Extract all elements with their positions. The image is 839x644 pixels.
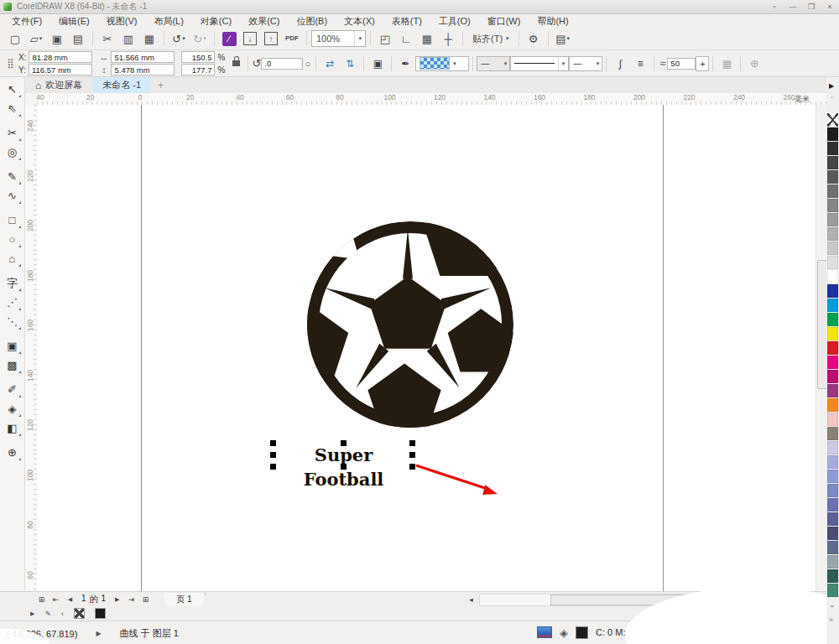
vertical-scrollbar[interactable]	[816, 105, 827, 591]
menu-item[interactable]: 窗口(W)	[479, 15, 529, 28]
color-swatch[interactable]	[827, 555, 838, 569]
lock-ratio-icon[interactable]	[232, 60, 240, 66]
convert-to-curves-button[interactable]: ∫	[610, 55, 630, 73]
object-width-field[interactable]: 51.566 mm	[111, 51, 175, 63]
outline-width-dropdown[interactable]: — ▾	[569, 56, 602, 71]
rectangle-tool[interactable]: □	[3, 210, 23, 230]
show-grid-button[interactable]: ▦	[417, 29, 437, 48]
color-swatch[interactable]	[827, 427, 838, 440]
scale-y-field[interactable]: 177.7	[181, 64, 215, 75]
color-swatch[interactable]	[827, 569, 838, 583]
new-tab-button[interactable]: +	[151, 77, 170, 93]
minimize-button[interactable]: —	[784, 1, 802, 13]
smoothness-stepper[interactable]: +	[696, 56, 709, 71]
color-swatch[interactable]	[827, 199, 838, 212]
fill-picker-dropdown[interactable]: ▾	[415, 56, 469, 71]
import-button[interactable]: ↓	[240, 29, 260, 48]
copy-button[interactable]: ▥	[118, 29, 138, 48]
menu-item[interactable]: 效果(C)	[240, 15, 288, 28]
spline-tool[interactable]: ∿	[3, 186, 23, 205]
soccer-ball-graphic[interactable]	[306, 221, 514, 428]
selection-handle-sw[interactable]	[270, 464, 276, 470]
horizontal-ruler[interactable]: 毫米 4020020406080100120140160180200220240…	[37, 93, 826, 106]
show-guidelines-button[interactable]: ┼	[438, 29, 458, 48]
color-swatch[interactable]	[827, 127, 838, 141]
previous-page-button[interactable]: ◀	[64, 594, 76, 606]
color-swatch[interactable]	[827, 242, 838, 255]
palette-flyout-button[interactable]: ▶	[829, 82, 834, 90]
smoothness-field[interactable]: 50	[667, 58, 696, 70]
interactive-fill-tool[interactable]: ◈	[3, 399, 23, 418]
menu-item[interactable]: 工具(O)	[430, 15, 479, 28]
mirror-horizontal-button[interactable]: ⇄	[320, 55, 340, 73]
selection-handle-w[interactable]	[270, 452, 276, 458]
next-page-button[interactable]: ▶	[111, 594, 123, 606]
launcher-dropdown[interactable]: ▤▾	[553, 29, 573, 48]
color-swatch[interactable]	[827, 156, 838, 169]
doc-palette-scroll-left[interactable]: ‹	[61, 610, 64, 618]
color-swatch[interactable]	[827, 256, 838, 269]
color-swatch[interactable]	[827, 527, 838, 540]
transparency-tool[interactable]: ▩	[3, 356, 23, 375]
paste-button[interactable]: ▦	[139, 29, 159, 48]
y-position-field[interactable]: 116.57 mm	[29, 64, 92, 75]
color-swatch[interactable]	[827, 470, 838, 483]
new-document-button[interactable]: ▢	[5, 29, 25, 48]
color-swatch[interactable]	[827, 184, 838, 198]
rotation-angle-field[interactable]: .0	[261, 58, 303, 70]
ellipse-tool[interactable]: ○	[3, 230, 23, 249]
selection-handle-nw[interactable]	[270, 440, 276, 446]
text-tool[interactable]: 字	[3, 273, 23, 293]
object-height-field[interactable]: 5.478 mm	[111, 64, 175, 75]
color-swatch[interactable]	[827, 356, 838, 369]
color-swatch[interactable]	[827, 455, 838, 469]
undo-button[interactable]: ↺▾	[169, 29, 189, 48]
treat-as-filled-button[interactable]: ▦	[717, 55, 737, 73]
color-swatch[interactable]	[827, 113, 838, 127]
page-tab[interactable]: 页 1	[162, 593, 206, 607]
selection-handle-n[interactable]	[341, 440, 347, 446]
polygon-tool[interactable]: ⌂	[3, 249, 23, 268]
first-page-button[interactable]: ⇤	[50, 594, 62, 606]
color-swatch[interactable]	[827, 498, 838, 512]
cut-button[interactable]: ✂	[97, 29, 117, 48]
color-swatch[interactable]	[827, 384, 838, 397]
color-swatch[interactable]	[827, 227, 838, 241]
black-swatch[interactable]	[95, 608, 106, 619]
palette-expand-button[interactable]: »	[829, 615, 833, 624]
selection-handle-s[interactable]	[341, 464, 347, 470]
color-swatch[interactable]	[827, 142, 838, 155]
maximize-button[interactable]: ❒	[802, 1, 821, 13]
scale-x-field[interactable]: 150.5	[181, 51, 215, 63]
color-swatch[interactable]	[827, 341, 838, 355]
color-swatch[interactable]	[827, 370, 838, 383]
outline-style-dropdown[interactable]: ▾	[510, 56, 569, 71]
start-arrowhead-dropdown[interactable]: — ▾	[477, 56, 510, 71]
snap-to-dropdown[interactable]: 贴齐(T) ▾	[467, 33, 514, 45]
add-tools-button[interactable]: ⊕	[3, 443, 23, 462]
text-properties-button[interactable]: ≡	[630, 55, 650, 73]
shadow-tool[interactable]: ▣	[3, 336, 23, 356]
print-button[interactable]: ▤	[68, 29, 88, 48]
palette-scroll-down-button[interactable]: ⌄	[829, 600, 836, 609]
x-position-field[interactable]: 81.28 mm	[29, 51, 92, 63]
color-swatch[interactable]	[827, 284, 838, 298]
palette-scroll-up-button[interactable]: ⌃	[829, 96, 835, 103]
status-flyout-button[interactable]: ▶	[96, 630, 101, 637]
freehand-tool[interactable]: ✎	[3, 167, 23, 186]
vertical-ruler[interactable]: 2402202001801601401201008060	[25, 105, 38, 591]
connector-tool[interactable]: ⋱	[3, 312, 23, 331]
eyedropper-tool[interactable]: ✐	[3, 380, 23, 399]
feedback-icon[interactable]: ▫	[765, 1, 784, 13]
color-swatch[interactable]	[827, 413, 838, 426]
save-button[interactable]: ▣	[47, 29, 67, 48]
export-button[interactable]: ↑	[261, 29, 281, 48]
color-swatch[interactable]	[827, 398, 838, 412]
fullscreen-preview-button[interactable]: ◰	[375, 29, 395, 48]
tab-welcome-screen[interactable]: ⌂ 欢迎屏幕	[25, 77, 92, 93]
dimension-tool[interactable]: ⋰	[3, 293, 23, 312]
pick-tool[interactable]: ↖	[3, 80, 23, 99]
add-properties-button[interactable]: ⊕	[744, 55, 764, 73]
scroll-left-button[interactable]: ◂	[465, 594, 477, 606]
menu-item[interactable]: 文本(X)	[336, 15, 383, 28]
